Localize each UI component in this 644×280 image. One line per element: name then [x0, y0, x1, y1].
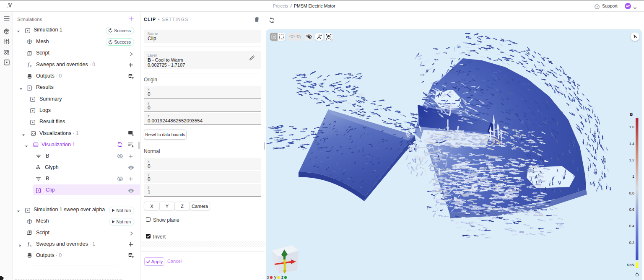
- svg-text:?: ?: [596, 5, 598, 9]
- svg-text:x: x: [30, 244, 32, 247]
- svg-text:f: f: [28, 62, 30, 67]
- svg-text:x: x: [30, 64, 32, 68]
- svg-text:f: f: [28, 241, 30, 247]
